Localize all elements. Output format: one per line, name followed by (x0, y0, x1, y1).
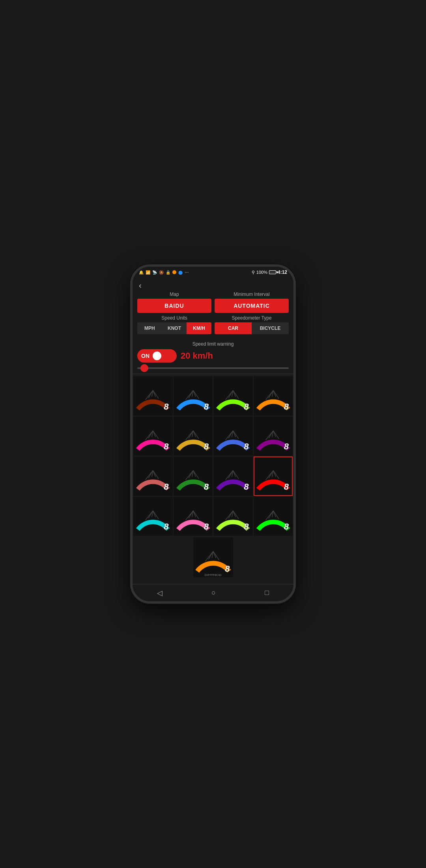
speedo-num-5: 8 (204, 441, 209, 452)
warning-label: Speed limit warning (137, 341, 289, 347)
speedo-item-5[interactable]: 8 (174, 417, 213, 456)
time-display: 4:12 (278, 269, 287, 275)
nav-recent-button[interactable]: □ (257, 586, 277, 600)
speedo-bottom-row: 8 0XFFFF8C00 (133, 537, 293, 578)
speedo-num-6: 8 (244, 441, 248, 452)
speed-warning-value: 20 km/h (181, 351, 213, 361)
battery-icon (269, 270, 276, 274)
speedo-item-10[interactable]: 8 (213, 456, 253, 496)
app-content: ‹ Map BAIDU Minimum Interval AUTOMATIC (133, 278, 293, 584)
speedo-num-0: 8 (164, 402, 168, 412)
speedo-num-11: 8 (284, 482, 289, 492)
battery-fill (269, 271, 276, 274)
nav-bar: ◁ ○ □ (133, 584, 293, 601)
speedo-item-12[interactable]: 8 (133, 497, 173, 536)
lock-icon: 🔒 (166, 270, 170, 275)
speedo-num-1: 8 (204, 402, 209, 412)
slider-track[interactable] (137, 367, 289, 369)
mph-button[interactable]: MPH (137, 322, 162, 334)
map-interval-row: Map BAIDU Minimum Interval AUTOMATIC (137, 292, 289, 313)
speedometer-grid: 8 8 (133, 376, 293, 537)
warning-row: ON 20 km/h (137, 349, 289, 363)
bell-icon: 🔕 (159, 270, 164, 275)
units-type-row: Speed Units MPH KNOT KM/H Speedometer Ty… (137, 315, 289, 334)
blue-icon: ⬤ (178, 270, 183, 275)
speed-units-buttons: MPH KNOT KM/H (137, 322, 211, 334)
speedo-item-13[interactable]: 8 (174, 497, 213, 536)
speedo-num-14: 8 (244, 522, 248, 532)
speedo-item-3[interactable]: 8 (254, 376, 293, 416)
speedo-item-2[interactable]: 8 (213, 376, 253, 416)
speedo-num-13: 8 (204, 522, 209, 532)
speedo-item-7[interactable]: 8 (254, 417, 293, 456)
speedo-num-9: 8 (204, 482, 209, 492)
speedo-num-4: 8 (164, 441, 168, 452)
speedometer-type-buttons: CAR BICYCLE (215, 322, 289, 334)
warning-toggle[interactable]: ON (137, 349, 177, 363)
speedo-item-14[interactable]: 8 (213, 497, 253, 536)
map-label: Map (170, 292, 179, 297)
speedo-num-10: 8 (244, 482, 248, 492)
top-nav: ‹ (133, 278, 293, 292)
speedo-item-6[interactable]: 8 (213, 417, 253, 456)
kmh-button[interactable]: KM/H (187, 322, 211, 334)
speed-units-label: Speed Units (161, 315, 187, 321)
speedo-item-4[interactable]: 8 (133, 417, 173, 456)
slider-section (133, 366, 293, 372)
speedo-bottom-item[interactable]: 8 0XFFFF8C00 (193, 537, 233, 577)
status-bar: 🔔 📶 📡 🔕 🔒 ⬤ ••• ⚲ 100% 4:12 (133, 267, 293, 278)
settings-section: Map BAIDU Minimum Interval AUTOMATIC Spe… (133, 292, 293, 340)
speedometer-type-label: Speedometer Type (232, 315, 271, 321)
speedo-bottom-num: 8 (225, 564, 230, 574)
speedo-num-12: 8 (164, 522, 168, 532)
warning-section: Speed limit warning ON 20 km/h (133, 340, 293, 366)
interval-label: Minimum Interval (234, 292, 269, 297)
knot-button[interactable]: KNOT (162, 322, 187, 334)
nav-home-button[interactable]: ○ (204, 586, 224, 600)
interval-button[interactable]: AUTOMATIC (215, 299, 289, 313)
status-right: ⚲ 100% 4:12 (252, 269, 287, 275)
divider-1 (133, 374, 293, 374)
hex-label: 0XFFFF8C00 (205, 574, 221, 576)
back-button[interactable]: ‹ (139, 281, 142, 290)
notification-icon: 🔔 (139, 270, 144, 275)
interval-col: Minimum Interval AUTOMATIC (215, 292, 289, 313)
bicycle-button[interactable]: BICYCLE (252, 322, 289, 334)
speedo-num-3: 8 (284, 402, 289, 412)
nav-back-button[interactable]: ◁ (149, 586, 170, 600)
speedo-num-8: 8 (164, 482, 168, 492)
toggle-label: ON (141, 353, 149, 359)
phone-inner: 🔔 📶 📡 🔕 🔒 ⬤ ••• ⚲ 100% 4:12 (133, 267, 293, 601)
status-left: 🔔 📶 📡 🔕 🔒 ⬤ ••• (139, 270, 189, 275)
notification-badge (172, 270, 176, 274)
phone-shell: 🔔 📶 📡 🔕 🔒 ⬤ ••• ⚲ 100% 4:12 (130, 264, 296, 604)
slider-thumb[interactable] (140, 364, 148, 372)
speed-units-col: Speed Units MPH KNOT KM/H (137, 315, 211, 334)
speedo-num-7: 8 (284, 441, 289, 452)
signal-icon: 📡 (152, 270, 157, 275)
dots-icon: ••• (185, 270, 189, 275)
speedometer-type-col: Speedometer Type CAR BICYCLE (215, 315, 289, 334)
location-icon: ⚲ (252, 270, 255, 275)
speedo-item-0[interactable]: 8 (133, 376, 173, 416)
speedo-num-15: 8 (284, 522, 289, 532)
wifi-icon: 📶 (146, 270, 150, 275)
speedo-item-9[interactable]: 8 (174, 456, 213, 496)
speedo-item-1[interactable]: 8 (174, 376, 213, 416)
toggle-circle (153, 352, 161, 360)
car-button[interactable]: CAR (215, 322, 252, 334)
map-button[interactable]: BAIDU (137, 299, 211, 313)
speedo-item-15[interactable]: 8 (254, 497, 293, 536)
speedo-num-2: 8 (244, 402, 248, 412)
speedo-item-8[interactable]: 8 (133, 456, 173, 496)
battery-percent: 100% (256, 270, 267, 275)
map-col: Map BAIDU (137, 292, 211, 313)
speedo-item-11[interactable]: 8 (254, 456, 293, 496)
